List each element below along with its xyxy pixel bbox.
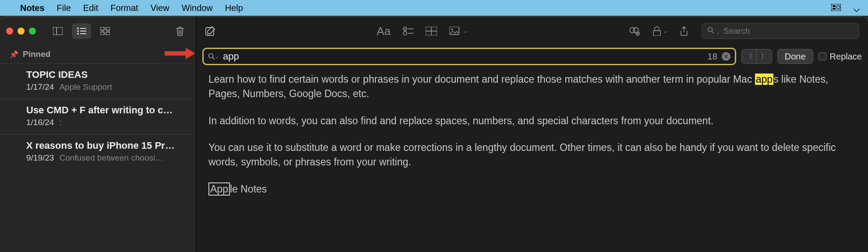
note-list-item[interactable]: Use CMD + F after writing to c… 1/16/24 … xyxy=(0,99,196,134)
minimize-window-button[interactable] xyxy=(18,28,25,35)
menu-file[interactable]: File xyxy=(57,3,71,13)
sidebar-toolbar xyxy=(0,17,196,45)
find-field[interactable]: ⌄ 18 ✕ xyxy=(202,48,736,65)
find-next-button[interactable]: 〉 xyxy=(757,49,772,63)
menu-app-name[interactable]: Notes xyxy=(20,3,45,13)
macos-menubar: Notes File Edit Format View Window Help … xyxy=(0,0,868,16)
find-bar: ⌄ 18 ✕ 〈 〉 Done Replace xyxy=(196,45,868,68)
note-date: 9/19/23 xyxy=(26,153,54,163)
sidebar: 📌 Pinned TOPIC IDEAS 1/17/24 Apple Suppo… xyxy=(0,17,196,252)
paragraph: Apple Notes xyxy=(208,182,856,196)
svg-rect-12 xyxy=(100,27,104,30)
lock-button[interactable]: ⌄ xyxy=(653,26,667,36)
clear-find-button[interactable]: ✕ xyxy=(722,52,730,61)
note-preview: : xyxy=(59,118,61,127)
note-title: Use CMD + F after writing to c… xyxy=(26,105,183,116)
checkbox-icon xyxy=(819,52,826,60)
note-title: TOPIC IDEAS xyxy=(26,69,183,80)
replace-toggle[interactable]: Replace xyxy=(819,52,862,62)
paragraph: In addition to words, you can also find … xyxy=(208,114,856,128)
media-button[interactable]: ⌄ xyxy=(449,27,468,35)
checklist-button[interactable] xyxy=(403,26,413,36)
link-button[interactable] xyxy=(629,26,640,36)
svg-point-19 xyxy=(403,32,407,35)
svg-point-32 xyxy=(708,27,713,32)
notes-window: 📌 Pinned TOPIC IDEAS 1/17/24 Apple Suppo… xyxy=(0,17,868,252)
share-button[interactable] xyxy=(680,26,688,36)
note-list-item[interactable]: X reasons to buy iPhone 15 Pr… 9/19/23 C… xyxy=(0,134,196,170)
svg-rect-2 xyxy=(833,8,836,10)
control-center-icon[interactable] xyxy=(831,3,841,13)
find-prev-button[interactable]: 〈 xyxy=(742,49,757,63)
compose-note-button[interactable] xyxy=(205,26,215,36)
pin-icon: 📌 xyxy=(10,50,18,59)
note-preview: Confused between choosi… xyxy=(59,153,163,163)
svg-line-33 xyxy=(712,31,714,33)
svg-point-6 xyxy=(77,28,79,29)
svg-point-3 xyxy=(836,6,840,9)
attachment-icon[interactable]: ⌵ xyxy=(853,1,860,15)
svg-point-10 xyxy=(77,33,79,35)
menu-window[interactable]: Window xyxy=(182,3,213,13)
find-match-count: 18 xyxy=(708,52,717,62)
delete-note-button[interactable] xyxy=(170,23,190,39)
format-text-button[interactable]: Aa xyxy=(377,24,391,38)
note-date: 1/17/24 xyxy=(26,82,54,92)
svg-rect-4 xyxy=(53,27,63,35)
table-button[interactable] xyxy=(426,27,437,35)
svg-line-37 xyxy=(213,58,215,60)
window-controls xyxy=(6,28,36,35)
search-input[interactable] xyxy=(723,26,854,36)
svg-point-8 xyxy=(77,30,79,32)
svg-rect-1 xyxy=(833,5,836,7)
gallery-view-button[interactable] xyxy=(95,23,115,39)
search-icon: ⌄ xyxy=(707,27,720,36)
note-title: X reasons to buy iPhone 15 Pr… xyxy=(26,140,183,151)
svg-rect-31 xyxy=(653,31,660,36)
menu-view[interactable]: View xyxy=(151,3,169,13)
search-field[interactable]: ⌄ xyxy=(702,23,859,39)
svg-rect-15 xyxy=(106,32,110,35)
note-date: 1/16/24 xyxy=(26,118,54,127)
toggle-sidebar-button[interactable] xyxy=(48,23,67,39)
find-highlight-current: app xyxy=(755,74,773,85)
replace-label: Replace xyxy=(830,52,862,62)
menu-help[interactable]: Help xyxy=(225,3,243,13)
pinned-label-text: Pinned xyxy=(23,49,50,59)
note-body[interactable]: Learn how to find certain words or phras… xyxy=(196,68,868,213)
menu-edit[interactable]: Edit xyxy=(83,3,98,13)
menu-format[interactable]: Format xyxy=(110,3,138,13)
svg-rect-13 xyxy=(106,27,110,30)
svg-rect-0 xyxy=(831,4,841,11)
fullscreen-window-button[interactable] xyxy=(29,28,36,35)
main-pane: Aa ⌄ ⌄ xyxy=(196,17,868,252)
note-preview: Apple Support xyxy=(59,82,112,92)
find-highlight: App xyxy=(208,182,230,196)
list-view-button[interactable] xyxy=(72,23,91,39)
find-done-button[interactable]: Done xyxy=(777,49,813,64)
svg-point-36 xyxy=(209,54,213,58)
find-search-icon: ⌄ xyxy=(208,53,219,60)
svg-point-25 xyxy=(451,28,453,30)
paragraph: Learn how to find certain words or phras… xyxy=(208,72,856,102)
main-toolbar: Aa ⌄ ⌄ xyxy=(196,17,868,45)
find-input[interactable] xyxy=(223,51,703,62)
find-nav-buttons: 〈 〉 xyxy=(741,49,772,64)
svg-rect-14 xyxy=(100,32,104,35)
note-list-item[interactable]: TOPIC IDEAS 1/17/24 Apple Support xyxy=(0,63,196,99)
paragraph: You can use it to substitute a word or m… xyxy=(208,140,856,170)
close-window-button[interactable] xyxy=(6,28,13,35)
pinned-section-header: 📌 Pinned xyxy=(0,45,196,63)
